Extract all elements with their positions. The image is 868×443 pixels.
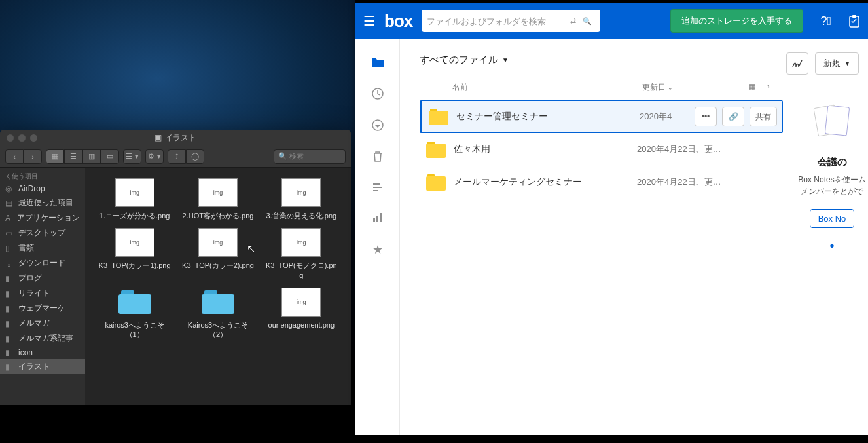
breadcrumb[interactable]: すべてのファイル ▼ (420, 54, 783, 66)
rail-trash-icon[interactable] (372, 151, 383, 163)
group-button[interactable]: ☰ ▾ (123, 149, 141, 164)
storage-upgrade-button[interactable]: 追加のストレージを入手する (670, 9, 803, 33)
rail-files-icon[interactable] (371, 58, 384, 68)
search-icon[interactable]: 🔍 (579, 17, 595, 26)
tasks-icon[interactable] (848, 14, 860, 28)
sidebar-item-icon: ▮ (5, 319, 14, 328)
sidebar-item[interactable]: ▮ウェブマーケ (0, 301, 85, 316)
file-label: K3_TOP(モノクロ).png (265, 261, 337, 280)
close-light[interactable] (7, 134, 14, 142)
sidebar-item[interactable]: ◎AirDrop (0, 182, 85, 195)
finder-window: ▣ イラスト ‹ › ▦ ☰ ▥ ▭ ☰ ▾ ⚙ ▾ ⤴ ◯ 🔍 検索 く使う項 (0, 130, 351, 405)
box-notes-button[interactable]: Box No (810, 209, 855, 228)
sidebar-item-label: デスクトップ (18, 227, 65, 239)
view-icon-button[interactable]: ▦ (46, 149, 64, 164)
nav-back-button[interactable]: ‹ (5, 149, 24, 164)
view-column-button[interactable]: ▥ (82, 149, 101, 164)
table-row[interactable]: メールマーケティングセミナー 2020年4月22日、更… (420, 166, 783, 199)
sign-button[interactable] (786, 52, 808, 75)
file-item[interactable]: img2.HOT客がわかる.png (177, 177, 258, 222)
rail-recents-icon[interactable] (372, 88, 384, 100)
rail-favorites-icon[interactable]: ★ (372, 242, 383, 257)
action-button[interactable]: ⚙ ▾ (145, 149, 164, 164)
sidebar-item-label: メルマガ (18, 318, 50, 329)
col-date-header[interactable]: 更新日⌄ (642, 82, 748, 93)
image-thumbnail: img (281, 178, 321, 207)
new-button-label: 新規 (823, 58, 841, 69)
sidebar-item[interactable]: ⭳ダウンロード (0, 256, 85, 271)
sidebar-item-icon: A (5, 214, 13, 223)
right-panel: 会議の Box Notesを使ームメンバーをとがで Box No • (796, 54, 868, 435)
share-button[interactable]: ⤴ (168, 149, 186, 164)
file-item[interactable]: Kairos3へようこそ（2） (177, 286, 258, 341)
box-search[interactable]: ⇄ 🔍 (422, 10, 600, 32)
sidebar-item[interactable]: ▮ブログ (0, 271, 85, 286)
sidebar-item[interactable]: Aアプリケーション (0, 210, 85, 225)
min-light[interactable] (18, 134, 26, 142)
rail-analytics-icon[interactable] (372, 212, 383, 223)
new-button[interactable]: 新規▼ (815, 52, 859, 75)
search-options-icon[interactable]: ⇄ (567, 17, 579, 26)
sidebar-item[interactable]: ▮メルマガ (0, 316, 85, 331)
col-name-header[interactable]: 名前 (452, 82, 642, 93)
menu-icon[interactable]: ☰ (363, 13, 375, 29)
share-button[interactable]: 共有 (750, 107, 777, 126)
sidebar-item-icon: ▯ (5, 244, 14, 253)
sidebar-item-label: ダウンロード (18, 258, 65, 269)
nav-fwd-button[interactable]: › (24, 149, 42, 164)
file-item[interactable]: kairos3へようこそ（1） (94, 286, 175, 341)
sidebar-item[interactable]: ▮リライト (0, 286, 85, 301)
view-gallery-button[interactable]: ▭ (101, 149, 119, 164)
link-button[interactable]: 🔗 (722, 107, 744, 126)
svg-rect-5 (376, 216, 378, 222)
sidebar-item-icon: ▤ (5, 199, 14, 208)
help-icon[interactable]: ?⃝ (820, 14, 831, 28)
image-thumbnail: img (115, 178, 154, 207)
rail-synced-icon[interactable] (372, 119, 384, 131)
sidebar-item-label: リライト (18, 288, 50, 299)
rail-notes-icon[interactable] (372, 182, 384, 193)
sidebar-item[interactable]: ▮icon (0, 346, 85, 359)
finder-titlebar[interactable]: ▣ イラスト (0, 130, 351, 145)
sidebar-item-icon: ⭳ (5, 259, 14, 268)
file-item[interactable]: imgK3_TOP(カラー2).png (177, 227, 258, 281)
sidebar-item[interactable]: ▮イラスト (0, 359, 85, 374)
more-button[interactable]: ••• (695, 107, 717, 126)
folder-icon (426, 174, 446, 191)
finder-search[interactable]: 🔍 検索 (274, 149, 346, 164)
sidebar-item-label: ブログ (18, 273, 42, 284)
svg-rect-1 (852, 15, 856, 18)
view-list-button[interactable]: ☰ (64, 149, 82, 164)
sidebar-item-icon: ▮ (5, 348, 14, 357)
sidebar-item[interactable]: ▯書類 (0, 241, 85, 256)
box-logo[interactable]: box (384, 11, 412, 31)
file-item[interactable]: imgour engagement.png (261, 286, 342, 341)
sidebar-item[interactable]: ▤最近使った項目 (0, 195, 85, 210)
max-light[interactable] (30, 134, 37, 142)
image-thumbnail: img (115, 228, 154, 257)
file-label: 3.営業の見える化.png (266, 211, 337, 220)
table-row[interactable]: 佐々木用 2020年4月22日、更… (420, 133, 783, 166)
file-item[interactable]: img1.ニーズが分かる.png (94, 177, 175, 222)
sidebar-item-icon: ▮ (5, 334, 14, 343)
sidebar-item-icon: ▮ (5, 304, 14, 313)
file-item[interactable]: imgK3_TOP(モノクロ).png (261, 227, 342, 281)
chevron-right-icon[interactable]: › (767, 82, 770, 93)
file-label: K3_TOP(カラー2).png (182, 261, 254, 270)
file-item[interactable]: img3.営業の見える化.png (261, 177, 342, 222)
row-name: メールマーケティングセミナー (454, 176, 637, 188)
box-nav-rail: ★ (355, 39, 400, 435)
tag-button[interactable]: ◯ (186, 149, 204, 164)
table-row[interactable]: セミナー管理セミナー 2020年4 ••• 🔗 共有 (420, 100, 783, 133)
chevron-down-icon: ▼ (844, 60, 850, 67)
sidebar-item[interactable]: ▭デスクトップ (0, 225, 85, 241)
sidebar-item[interactable]: ▮メルマガ系記事 (0, 331, 85, 346)
finder-content-grid[interactable]: img1.ニーズが分かる.pngimg2.HOT客がわかる.pngimg3.営業… (85, 168, 351, 405)
sidebar-item-label: ウェブマーケ (18, 303, 65, 314)
row-date: 2020年4月22日、更… (637, 144, 778, 155)
pager-dot[interactable]: • (796, 239, 868, 254)
grid-view-icon[interactable]: ▦ (748, 82, 755, 93)
box-search-input[interactable] (427, 16, 567, 26)
window-controls[interactable] (7, 134, 37, 142)
file-item[interactable]: imgK3_TOP(カラー1).png (94, 227, 175, 281)
